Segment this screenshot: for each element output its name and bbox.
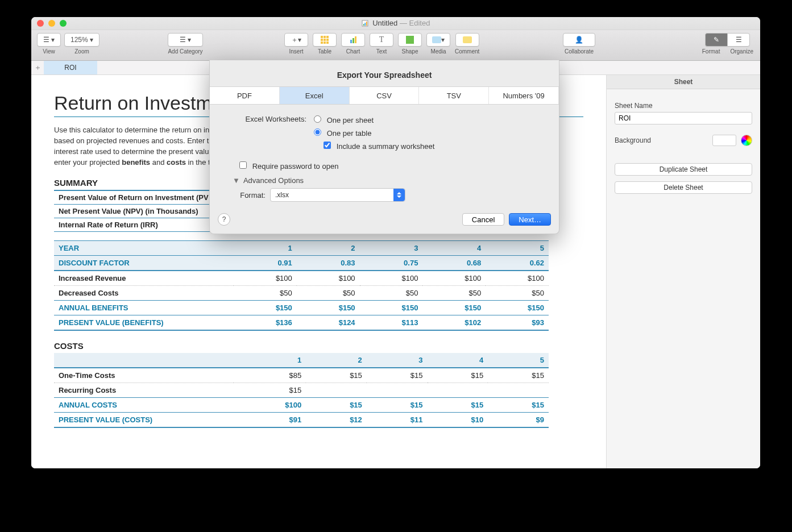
- export-dialog: Export Your Spreadsheet PDF Excel CSV TS…: [209, 60, 559, 234]
- svg-rect-1: [363, 24, 364, 26]
- text-icon: T: [379, 35, 384, 44]
- color-picker-button[interactable]: [741, 135, 752, 146]
- collaborate-icon: 👤: [575, 36, 583, 44]
- chart-icon: [350, 36, 356, 43]
- export-format-tabs: PDF Excel CSV TSV Numbers '09: [210, 86, 559, 105]
- tab-csv[interactable]: CSV: [350, 87, 420, 104]
- format-label: Format:: [237, 191, 270, 200]
- paintbrush-icon: ✎: [714, 36, 719, 44]
- add-sheet-button[interactable]: ＋: [31, 61, 44, 74]
- toolbar: ☰ ▾ View 125% ▾ Zoom ☰ ▾ Add Category ＋▾…: [31, 30, 760, 61]
- text-button[interactable]: T: [370, 33, 393, 47]
- tab-excel[interactable]: Excel: [280, 87, 350, 104]
- sheet-name-input[interactable]: [615, 112, 752, 124]
- titlebar: Untitled — Edited: [31, 17, 760, 30]
- organize-icon: ☰: [736, 36, 742, 44]
- select-arrow-icon: [393, 189, 405, 201]
- delete-sheet-button[interactable]: Delete Sheet: [615, 181, 752, 194]
- svg-rect-3: [366, 22, 367, 26]
- chevron-down-icon: ▼: [233, 176, 240, 185]
- inspector-panel: Sheet Sheet Name Background Duplicate Sh…: [606, 75, 760, 468]
- next-button[interactable]: Next…: [509, 213, 551, 226]
- media-icon: [432, 36, 441, 43]
- zoom-label: Zoom: [74, 48, 89, 55]
- document-icon: [362, 20, 368, 27]
- cancel-button[interactable]: Cancel: [462, 213, 504, 226]
- organize-panel-button[interactable]: ☰: [727, 33, 750, 47]
- add-category-button[interactable]: ☰ ▾: [168, 33, 203, 47]
- insert-menu-button[interactable]: ＋▾: [284, 33, 308, 47]
- checkbox-require-password[interactable]: Require password to open: [237, 160, 338, 171]
- chart-menu-button[interactable]: [341, 33, 365, 47]
- table-icon: [321, 36, 329, 44]
- tab-tsv[interactable]: TSV: [419, 87, 489, 104]
- tab-numbers09[interactable]: Numbers '09: [489, 87, 559, 104]
- benefits-table[interactable]: YEAR 12345 DISCOUNT FACTOR 0.910.830.750…: [54, 240, 549, 331]
- background-label: Background: [615, 136, 651, 144]
- list-icon: ☰: [180, 36, 186, 44]
- shape-icon: [406, 36, 414, 44]
- costs-heading: COSTS: [54, 341, 583, 351]
- format-panel-button[interactable]: ✎: [705, 33, 727, 47]
- media-menu-button[interactable]: ▾: [426, 33, 450, 47]
- app-window: Untitled — Edited ☰ ▾ View 125% ▾ Zoom ☰…: [31, 17, 760, 468]
- inspector-header: Sheet: [607, 75, 760, 89]
- worksheets-label: Excel Worksheets:: [233, 115, 311, 123]
- shape-menu-button[interactable]: [398, 33, 422, 47]
- comment-button[interactable]: [455, 33, 479, 47]
- sheet-tab-roi[interactable]: ROI: [44, 61, 97, 74]
- add-category-label: Add Category: [168, 48, 202, 55]
- svg-rect-2: [364, 23, 366, 26]
- format-select[interactable]: .xlsx: [270, 188, 405, 202]
- help-button[interactable]: ?: [218, 213, 230, 226]
- tab-pdf[interactable]: PDF: [210, 87, 280, 104]
- zoom-menu-button[interactable]: 125% ▾: [64, 33, 99, 47]
- view-label: View: [43, 48, 55, 55]
- collaborate-button[interactable]: 👤: [563, 33, 595, 47]
- radio-one-per-sheet[interactable]: One per sheet: [311, 114, 374, 124]
- plus-icon: ＋: [291, 35, 298, 45]
- costs-table[interactable]: 12345 One-Time Costs$85$15$15$15$15 Recu…: [54, 353, 549, 428]
- checkbox-include-summary[interactable]: Include a summary worksheet: [321, 140, 434, 151]
- radio-one-per-table[interactable]: One per table: [311, 127, 371, 138]
- window-title: Untitled — Edited: [31, 19, 760, 27]
- sheet-name-label: Sheet Name: [615, 102, 752, 110]
- background-color-well[interactable]: [712, 135, 736, 146]
- export-dialog-title: Export Your Spreadsheet: [210, 70, 559, 80]
- duplicate-sheet-button[interactable]: Duplicate Sheet: [615, 163, 752, 176]
- view-icon: ☰: [43, 36, 49, 44]
- view-menu-button[interactable]: ☰ ▾: [37, 33, 61, 47]
- table-menu-button[interactable]: [313, 33, 337, 47]
- advanced-options-disclosure[interactable]: ▼ Advanced Options: [233, 176, 536, 185]
- comment-icon: [463, 36, 472, 43]
